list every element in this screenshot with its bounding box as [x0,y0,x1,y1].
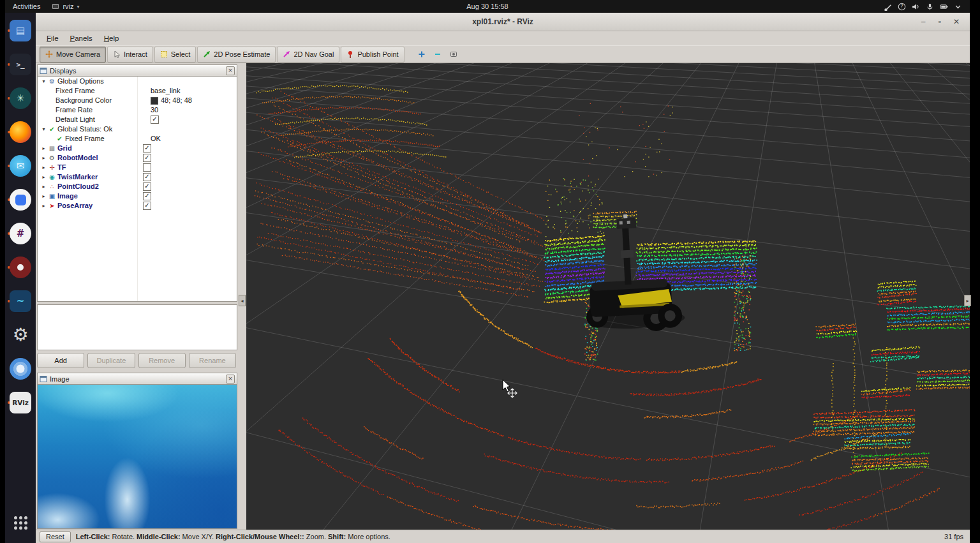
dock-slack[interactable]: # [8,221,33,246]
select-icon [160,50,168,58]
expander-icon[interactable]: ▸ [40,163,47,172]
menu-file[interactable]: File [41,33,64,43]
ros-glyph: ✳ [17,94,25,103]
checkbox-posearray[interactable]: ✓ [143,202,151,210]
checkbox-image[interactable]: ✓ [143,192,151,200]
close-displays-button[interactable]: × [226,66,235,75]
image-panel-header[interactable]: Image × [37,373,237,385]
tray-chevron-down-icon [954,3,962,11]
clock[interactable]: Aug 30 15:58 [5,3,970,10]
activities-button[interactable]: Activities [13,3,40,10]
rviz-app-icon [52,3,59,10]
display-row-posearray[interactable]: ▸➤PoseArray✓ [38,201,237,211]
display-row-grid[interactable]: ▸▦Grid✓ [38,144,237,153]
viewport-canvas[interactable] [246,63,970,530]
dock-screen-recorder[interactable] [8,255,33,280]
display-row-robotmodel[interactable]: ▸⚙RobotModel✓ [38,153,237,163]
add-tool-button[interactable] [415,48,429,61]
display-row-background-color[interactable]: Background Color48; 48; 48 [38,96,237,105]
menu-help[interactable]: Help [98,33,125,43]
robotmodel-icon: ⚙ [47,153,57,163]
image-icon: ▣ [47,191,57,201]
system-tray[interactable]: ? [884,3,970,11]
slack-glyph: # [17,229,25,239]
splitter-arrow-left[interactable]: ◂ [239,295,246,306]
display-name: Default Light [55,115,95,124]
expander-icon[interactable]: ▾ [40,77,47,86]
menu-panels[interactable]: Panels [64,33,98,43]
window-titlebar[interactable]: xpl01.rviz* - RViz – ▫ ✕ [36,13,970,31]
dock-plotter[interactable]: ~ [8,288,33,314]
minimize-button[interactable]: – [916,15,930,28]
expander-icon[interactable]: ▸ [40,182,47,191]
rviz-icon: RViz [10,392,31,413]
remove-tool-button[interactable] [431,48,445,61]
tool-nav-goal[interactable]: 2D Nav Goal [277,47,339,63]
tool-properties-button[interactable] [447,48,461,61]
dock-terminal[interactable]: >_ [8,52,33,77]
dock-rviz[interactable]: RViz [8,390,33,415]
tool-publish-point[interactable]: Publish Point [341,47,404,63]
dock-show-apps[interactable] [8,510,33,535]
app-menu[interactable]: rviz ▾ [52,3,79,10]
add-button[interactable]: Add [37,353,84,368]
display-row-pointcloud2[interactable]: ▸∴PointCloud2✓ [38,182,237,191]
splitter-arrow-right[interactable]: ▸ [964,295,971,306]
expander-icon[interactable]: ▸ [40,153,47,163]
display-value: 48; 48; 48 [161,96,192,105]
checkbox-grid[interactable]: ✓ [143,144,151,152]
3d-viewport[interactable]: ◂ ▸ [246,63,970,530]
expander-icon[interactable]: ▸ [40,191,47,201]
reset-button[interactable]: Reset [40,532,71,542]
plotter-icon: ~ [10,290,31,312]
expander-icon[interactable]: ▸ [40,144,47,153]
tool-interact[interactable]: Interact [107,47,153,63]
close-button[interactable]: ✕ [949,15,963,28]
status-hint-segment: Move X/Y. [181,533,216,540]
display-row-fixed-frame[interactable]: Fixed Framebase_link [38,86,237,96]
dock-settings[interactable]: ⚙ [8,322,33,348]
display-name: Image [57,191,78,201]
tool-pose-estimate[interactable]: 2D Pose Estimate [197,47,276,63]
maximize-button[interactable]: ▫ [933,15,947,28]
close-image-button[interactable]: × [226,375,235,383]
displays-panel-header[interactable]: Displays × [37,64,237,77]
tool-move-camera[interactable]: Move Camera [40,47,106,63]
display-row-frame-rate[interactable]: Frame Rate30 [38,105,237,115]
expander-icon[interactable]: ▸ [40,201,47,211]
tool-select[interactable]: Select [154,47,197,63]
checkbox-robotmodel[interactable]: ✓ [143,154,151,162]
dock-ros[interactable]: ✳ [8,86,33,111]
fixed-frame-icon: ✔ [55,134,64,144]
display-row-twistmarker[interactable]: ▸◉TwistMarker✓ [38,172,237,182]
expander-icon[interactable]: ▾ [40,124,47,134]
tray-battery-icon [940,3,948,11]
display-value: base_link [151,86,180,96]
dock-firefox[interactable] [8,119,33,145]
dock-signal[interactable] [8,187,33,212]
status-hint: Left-Click: Rotate. Middle-Click: Move X… [76,533,390,540]
firefox-icon [10,121,31,143]
checkbox-twistmarker[interactable]: ✓ [143,173,151,181]
display-value: OK [151,134,161,144]
dock-chromium[interactable] [8,356,33,382]
display-row-global-options[interactable]: ▾⚙Global Options [38,77,237,86]
display-name: PointCloud2 [57,182,99,191]
posearray-icon: ➤ [47,201,57,211]
chevron-down-icon [954,3,962,11]
checkbox-default-light[interactable]: ✓ [151,115,159,124]
display-row-global-status-ok[interactable]: ▾✔Global Status: Ok [38,124,237,134]
display-row-tf[interactable]: ▸✛TF [38,163,237,172]
dock-files[interactable]: ▤ [8,18,33,43]
checkbox-tf[interactable] [143,163,151,172]
chromium-icon [10,358,31,380]
dock-thunderbird[interactable]: ✉ [8,153,33,179]
rviz-window: xpl01.rviz* - RViz – ▫ ✕ FilePanelsHelp … [36,13,970,543]
status-hint-segment: Rotate. [110,533,137,540]
expander-icon[interactable]: ▸ [40,172,47,182]
tf-icon: ✛ [47,163,57,172]
display-row-fixed-frame[interactable]: ✔Fixed FrameOK [38,134,237,144]
display-row-image[interactable]: ▸▣Image✓ [38,191,237,201]
checkbox-pointcloud2[interactable]: ✓ [143,182,151,191]
display-row-default-light[interactable]: Default Light✓ [38,115,237,124]
